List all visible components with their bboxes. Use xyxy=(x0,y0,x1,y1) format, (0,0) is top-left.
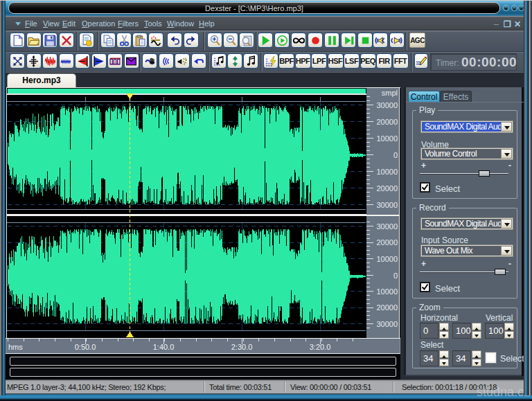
svg-text:10000: 10000 xyxy=(376,134,398,143)
svg-text:30000: 30000 xyxy=(376,320,398,328)
svg-text:30000: 30000 xyxy=(376,222,398,231)
svg-text:20000: 20000 xyxy=(376,118,398,126)
svg-text:30000: 30000 xyxy=(376,201,398,209)
svg-text:0: 0 xyxy=(393,151,398,159)
svg-text:20000: 20000 xyxy=(376,303,398,312)
svg-text:0:50.0: 0:50.0 xyxy=(75,343,96,351)
svg-text:30000: 30000 xyxy=(376,101,398,109)
svg-text:10000: 10000 xyxy=(376,168,398,176)
svg-text:10000: 10000 xyxy=(376,287,398,296)
svg-text:0: 0 xyxy=(393,271,398,280)
svg-text:2:30.0: 2:30.0 xyxy=(231,343,253,351)
svg-text:hms: hms xyxy=(8,343,23,351)
svg-text:20000: 20000 xyxy=(376,238,398,247)
svg-text:3:20.0: 3:20.0 xyxy=(310,343,331,351)
svg-text:smpl: smpl xyxy=(382,89,398,97)
svg-text:1:40.0: 1:40.0 xyxy=(153,343,175,351)
svg-text:10000: 10000 xyxy=(376,255,398,263)
svg-text:20000: 20000 xyxy=(376,184,398,193)
